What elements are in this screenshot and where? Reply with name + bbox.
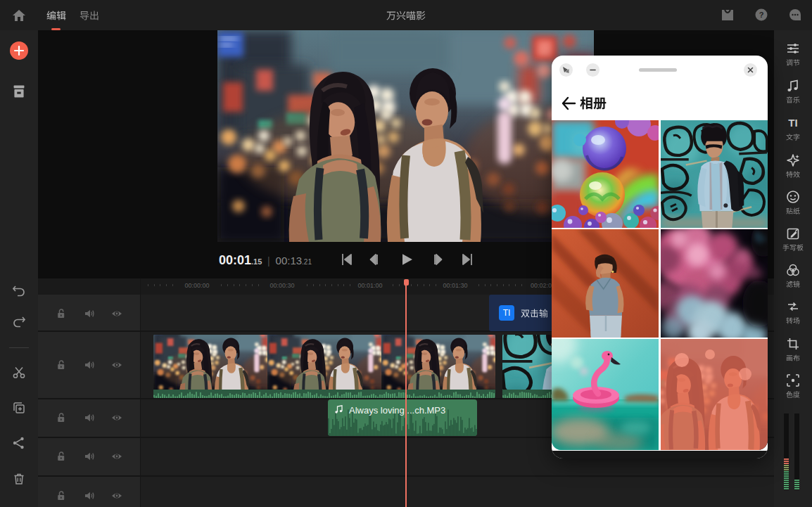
- svg-text:?: ?: [759, 11, 764, 19]
- svg-text:TI: TI: [788, 117, 797, 129]
